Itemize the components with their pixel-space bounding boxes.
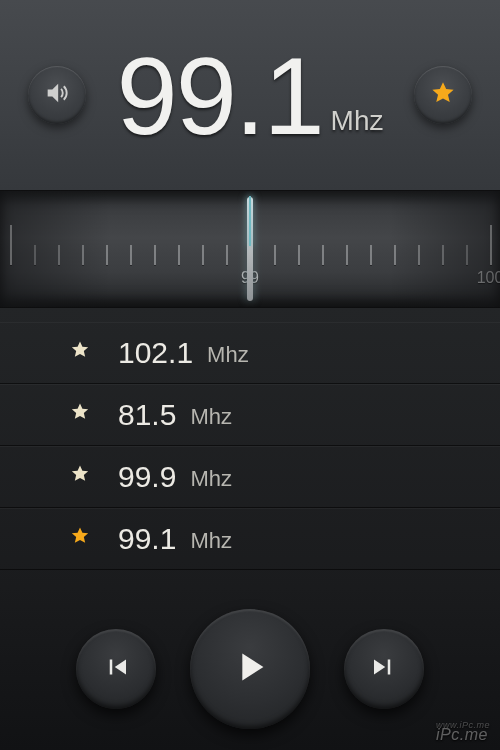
favorites-list: 102.1Mhz81.5Mhz99.9Mhz99.1Mhz <box>0 308 500 588</box>
next-track-icon <box>369 652 399 686</box>
dial-label-right: 100 <box>477 269 500 287</box>
star-icon <box>70 401 90 425</box>
star-icon <box>70 339 90 363</box>
dial-needle <box>247 197 253 301</box>
frequency-header: 99.1 Mhz <box>0 0 500 190</box>
favorite-button[interactable] <box>414 66 472 124</box>
star-icon <box>430 80 456 110</box>
speaker-icon <box>43 79 71 111</box>
tuning-dial[interactable]: 99 100 <box>0 190 500 308</box>
current-frequency: 99.1 Mhz <box>117 32 384 159</box>
favorite-row[interactable]: 81.5Mhz <box>0 384 500 446</box>
favorite-row[interactable]: 99.9Mhz <box>0 446 500 508</box>
star-icon <box>70 463 90 487</box>
play-button[interactable] <box>190 609 310 729</box>
favorite-frequency: 99.1 <box>118 522 176 556</box>
favorite-unit: Mhz <box>190 404 232 430</box>
frequency-unit: Mhz <box>331 105 384 137</box>
watermark: www.iPc.me iPc.me <box>436 720 490 744</box>
prev-button[interactable] <box>76 629 156 709</box>
favorite-unit: Mhz <box>190 466 232 492</box>
favorite-frequency: 102.1 <box>118 336 193 370</box>
prev-track-icon <box>101 652 131 686</box>
speaker-button[interactable] <box>28 66 86 124</box>
play-icon <box>227 644 273 694</box>
favorite-frequency: 99.9 <box>118 460 176 494</box>
favorite-row[interactable]: 102.1Mhz <box>0 322 500 384</box>
favorite-frequency: 81.5 <box>118 398 176 432</box>
next-button[interactable] <box>344 629 424 709</box>
frequency-value: 99.1 <box>117 32 323 159</box>
star-icon <box>70 525 90 549</box>
favorite-row[interactable]: 99.1Mhz <box>0 508 500 570</box>
favorite-unit: Mhz <box>207 342 249 368</box>
radio-app: 99.1 Mhz 99 100 102.1Mhz81.5Mhz99.9Mhz99… <box>0 0 500 750</box>
favorite-unit: Mhz <box>190 528 232 554</box>
playback-controls: www.iPc.me iPc.me <box>0 588 500 750</box>
